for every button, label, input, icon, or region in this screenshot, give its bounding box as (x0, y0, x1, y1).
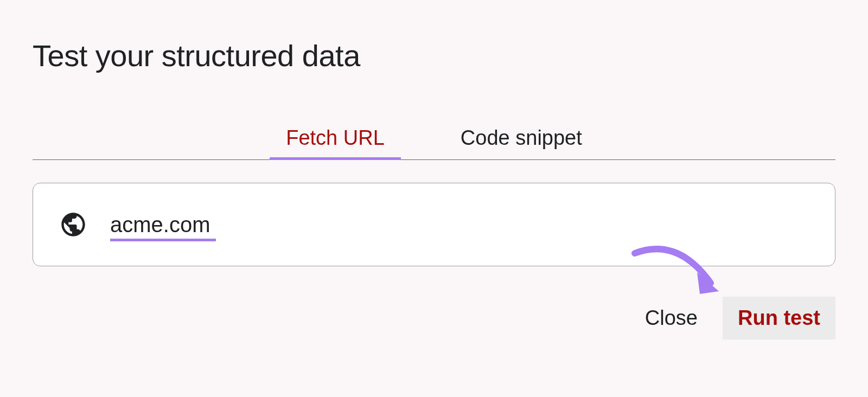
tab-code-snippet[interactable]: Code snippet (461, 117, 582, 159)
globe-icon (59, 210, 87, 239)
run-test-button[interactable]: Run test (723, 297, 835, 340)
actions-row: Close Run test (33, 297, 835, 340)
tabs-container: Fetch URL Code snippet (33, 117, 835, 160)
url-input[interactable] (110, 213, 219, 237)
svg-marker-0 (697, 272, 719, 294)
url-input-container (33, 183, 835, 266)
page-title: Test your structured data (33, 38, 835, 73)
tab-fetch-url[interactable]: Fetch URL (286, 117, 385, 159)
close-button[interactable]: Close (635, 297, 707, 340)
url-underline-highlight (110, 239, 216, 241)
